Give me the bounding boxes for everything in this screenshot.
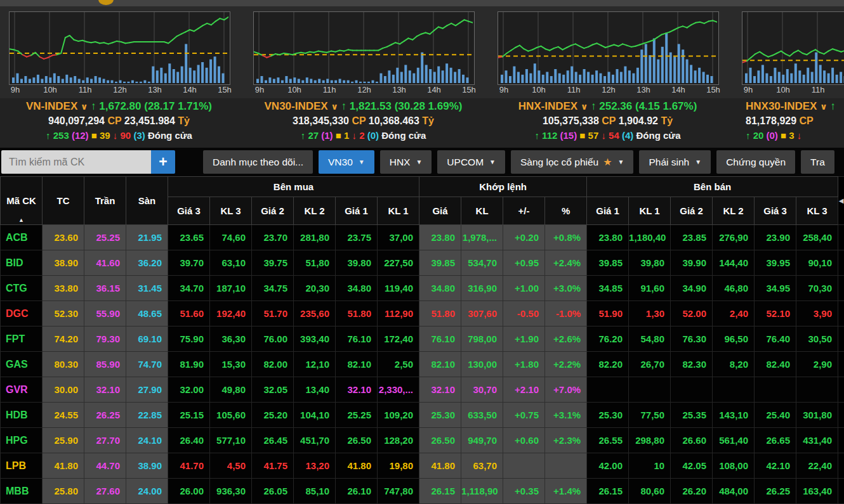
data-cell: 39.95: [755, 250, 796, 276]
data-cell: 258,40: [796, 225, 838, 250]
tab-hnx[interactable]: HNX▼: [380, 150, 432, 174]
data-cell: 301,80: [796, 403, 838, 428]
table-row[interactable]: GAS80.3085.9074.7081.9015,3082.0012,1082…: [1, 352, 844, 377]
index-charts-row: 9h10h11h12h13h14h15h9h10h11h12h13h14h15h…: [0, 6, 844, 98]
time-axis-label: 12h: [113, 85, 127, 94]
tab-ph-i-sinh[interactable]: Phái sinh▼: [639, 150, 711, 174]
data-cell: 76.00: [252, 326, 294, 352]
data-cell: 82.10: [419, 352, 461, 377]
data-cell: +0.60: [503, 428, 545, 453]
data-cell: 143,10: [713, 403, 755, 428]
header-symbol[interactable]: Mã CK ▲: [1, 177, 43, 225]
data-cell: 49,80: [210, 377, 252, 403]
data-cell: 76.20: [587, 326, 629, 352]
data-cell: 26.55: [587, 428, 629, 453]
index-chart-panel: [742, 11, 844, 85]
header-floor: Sàn: [126, 177, 168, 225]
table-row[interactable]: CTG33.8036.1531.4534.70187,1034.7520,303…: [1, 276, 844, 301]
data-cell: 26,70: [629, 352, 671, 377]
data-cell: 26.65: [755, 428, 796, 453]
tab-tra[interactable]: Tra: [801, 150, 834, 174]
data-cell: 3,90: [796, 301, 838, 326]
data-cell: 26.20: [671, 479, 713, 504]
data-cell: 26.15: [419, 479, 461, 504]
index-chart: [254, 12, 473, 83]
tab-ch-ng-quy-n[interactable]: Chứng quyền: [716, 150, 795, 174]
unchanged: ■ 3: [781, 130, 795, 141]
data-cell: 949,70: [461, 428, 503, 453]
table-row[interactable]: LPB41.8044.7038.9041.704,5041.7513,2041.…: [1, 453, 844, 479]
table-row[interactable]: MBB25.8027.6024.0026.00936,3026.0585,102…: [1, 479, 844, 504]
decliners: ↓: [797, 130, 802, 141]
tab-s-ng-l-c-c-phi-u[interactable]: Sàng lọc cổ phiếu★▼: [511, 150, 633, 174]
tab-upcom[interactable]: UPCOM▼: [437, 150, 505, 174]
chevron-down-icon[interactable]: ∨: [581, 101, 588, 112]
data-cell: +7.0%: [545, 377, 587, 403]
up-arrow-icon: ↑: [91, 100, 96, 112]
time-axis-label: 13h: [148, 85, 162, 94]
data-cell: 23.75: [336, 225, 378, 250]
advancers: ↑ 27: [301, 130, 319, 141]
tab-danh-m-c-theo-d-i[interactable]: Danh mục theo dõi...: [203, 150, 313, 174]
time-axis-label: 11h: [567, 85, 581, 94]
table-row[interactable]: DGC52.3055.9048.6551.60192,4051.70235,60…: [1, 301, 844, 326]
data-cell: 20,30: [294, 276, 336, 301]
data-cell: 41.80: [336, 453, 378, 479]
data-cell: 798,00: [461, 326, 503, 352]
data-cell: 19,80: [378, 453, 419, 479]
chevron-down-icon[interactable]: ∨: [820, 101, 827, 112]
reference-price-cell: 41.80: [43, 453, 84, 479]
data-cell: 51.80: [336, 301, 378, 326]
add-symbol-button[interactable]: +: [151, 150, 175, 174]
data-cell: 42.00: [587, 453, 629, 479]
end-spacer-cell: [838, 276, 844, 301]
data-cell: 227,50: [378, 250, 419, 276]
time-axis-label: 14h: [671, 85, 685, 94]
ceiling-price-cell: 41.60: [84, 250, 126, 276]
chevron-down-icon[interactable]: ∨: [81, 101, 88, 112]
data-cell: 32.05: [252, 377, 294, 403]
floor-price-cell: 74.70: [126, 352, 168, 377]
time-axis-label: 14h: [183, 85, 197, 94]
search-input[interactable]: [1, 150, 151, 174]
data-cell: 39.80: [336, 250, 378, 276]
data-cell: +2.10: [503, 377, 545, 403]
data-cell: 51.80: [419, 301, 461, 326]
table-row[interactable]: FPT74.2079.3069.1075.9036,3076.00393,407…: [1, 326, 844, 352]
end-spacer-cell: [838, 428, 844, 453]
ceiling-price-cell: 44.70: [84, 453, 126, 479]
chevron-down-icon: ▼: [695, 158, 701, 165]
index-chart: [498, 12, 717, 83]
tab-vn30[interactable]: VN30▼: [319, 150, 374, 174]
decliners-floor: (3): [133, 130, 145, 141]
data-cell: 41.75: [252, 453, 294, 479]
unchanged: ■ 1: [336, 130, 350, 141]
data-cell: 276,90: [713, 225, 755, 250]
table-row[interactable]: BID38.9041.6036.2039.7063,1039.7551,8039…: [1, 250, 844, 276]
data-cell: 26.50: [419, 428, 461, 453]
table-row[interactable]: GVR30.0032.1027.9032.0049,8032.0513,4032…: [1, 377, 844, 403]
data-cell: 81.90: [168, 352, 210, 377]
data-cell: +2.4%: [545, 250, 587, 276]
symbol-search: +: [1, 150, 175, 174]
index-cap-unit: Tỷ: [178, 115, 190, 126]
tab-label: HNX: [390, 157, 411, 168]
scroll-left-icon[interactable]: ◀: [838, 177, 844, 225]
data-cell: 51.90: [587, 301, 629, 326]
data-cell: 112,90: [378, 301, 419, 326]
index-chart-panel: [253, 11, 475, 85]
table-row[interactable]: HPG25.9027.7024.1026.40577,1026.45451,70…: [1, 428, 844, 453]
data-cell: 2,330,...: [378, 377, 419, 403]
chevron-down-icon[interactable]: ∨: [331, 101, 338, 112]
index-line-2: 940,097,294 CP 23,451.984 Tỷ: [9, 114, 229, 129]
data-cell: 1,30: [629, 301, 671, 326]
index-shares: 81,178,929: [746, 115, 796, 126]
data-cell: 23.80: [587, 225, 629, 250]
table-row[interactable]: HDB24.5526.2522.8525.15105,6025.20104,10…: [1, 403, 844, 428]
end-spacer-cell: [838, 479, 844, 504]
index-line-2: 81,178,929 CP: [746, 114, 844, 129]
data-cell: 32.10: [336, 377, 378, 403]
table-row[interactable]: ACB23.6025.2521.9523.6574,6023.70281,802…: [1, 225, 844, 250]
symbol-cell: LPB: [1, 453, 43, 479]
data-cell: 187,10: [210, 276, 252, 301]
